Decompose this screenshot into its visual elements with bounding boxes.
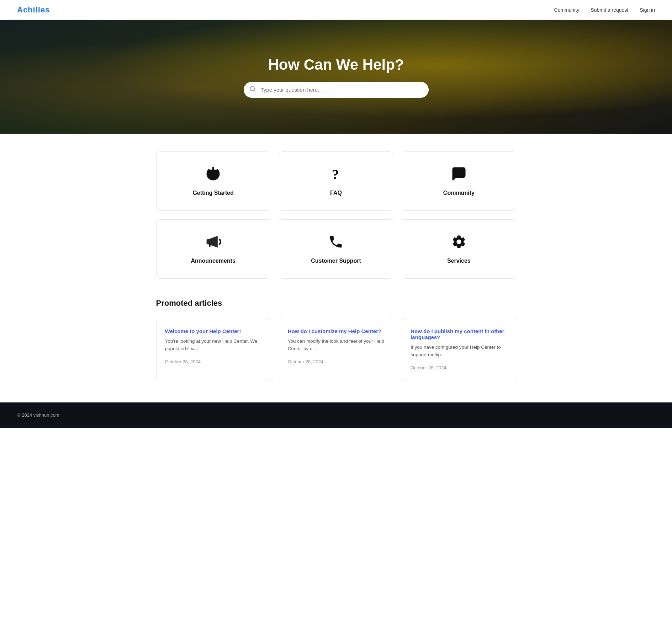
article-card-2[interactable]: How do I customize my Help Center? You c…	[279, 318, 393, 381]
card-community[interactable]: Community	[402, 151, 516, 211]
cards-grid: Getting Started ? FAQ Community	[156, 151, 516, 279]
gear-icon	[451, 234, 467, 252]
article-title-1[interactable]: Welcome to your Help Center!	[165, 328, 261, 334]
svg-text:?: ?	[332, 166, 339, 182]
power-icon	[205, 166, 221, 184]
footer-copyright: © 2024 vishnuh.com	[17, 412, 59, 418]
article-card-1[interactable]: Welcome to your Help Center! You're look…	[156, 318, 270, 381]
article-title-2[interactable]: How do I customize my Help Center?	[288, 328, 384, 334]
card-faq[interactable]: ? FAQ	[279, 151, 393, 211]
article-excerpt-2: You can modify the look and feel of your…	[288, 338, 384, 353]
footer: © 2024 vishnuh.com	[0, 402, 672, 428]
hero-overlay	[0, 20, 672, 134]
megaphone-icon	[205, 234, 221, 252]
nav-community[interactable]: Community	[554, 7, 580, 13]
cards-section: Getting Started ? FAQ Community	[148, 151, 525, 279]
question-icon: ?	[328, 166, 344, 184]
article-date-2: October 28, 2024	[288, 359, 323, 364]
nav-submit-request[interactable]: Submit a request	[591, 7, 628, 13]
article-excerpt-1: You're looking at your new Help Center. …	[165, 338, 261, 353]
article-date-1: October 28, 2024	[165, 359, 201, 364]
phone-icon	[328, 234, 344, 252]
article-title-3[interactable]: How do I publish my content in other lan…	[411, 328, 507, 340]
logo[interactable]: Achilles	[17, 5, 50, 15]
article-date-3: October 28, 2024	[411, 365, 446, 370]
card-label-community: Community	[443, 190, 475, 196]
nav-sign-in[interactable]: Sign in	[640, 7, 655, 13]
article-card-3[interactable]: How do I publish my content in other lan…	[402, 318, 516, 381]
card-label-announcements: Announcements	[191, 258, 235, 264]
nav-links: Community Submit a request Sign in	[554, 7, 655, 13]
search-input[interactable]	[244, 82, 429, 98]
card-label-customer-support: Customer Support	[311, 258, 361, 264]
card-label-services: Services	[447, 258, 471, 264]
hero-title: How Can We Help?	[268, 56, 404, 73]
article-excerpt-3: If you have configured your Help Center …	[411, 344, 507, 359]
articles-section: Promoted articles Welcome to your Help C…	[148, 299, 525, 381]
card-customer-support[interactable]: Customer Support	[279, 219, 393, 279]
chat-icon	[451, 166, 467, 184]
articles-grid: Welcome to your Help Center! You're look…	[156, 318, 516, 381]
card-getting-started[interactable]: Getting Started	[156, 151, 270, 211]
card-announcements[interactable]: Announcements	[156, 219, 270, 279]
articles-heading: Promoted articles	[156, 299, 516, 308]
card-services[interactable]: Services	[402, 219, 516, 279]
hero-section: How Can We Help?	[0, 20, 672, 134]
card-label-getting-started: Getting Started	[192, 190, 234, 196]
card-label-faq: FAQ	[330, 190, 342, 196]
search-container	[244, 82, 429, 98]
navbar: Achilles Community Submit a request Sign…	[0, 0, 672, 20]
